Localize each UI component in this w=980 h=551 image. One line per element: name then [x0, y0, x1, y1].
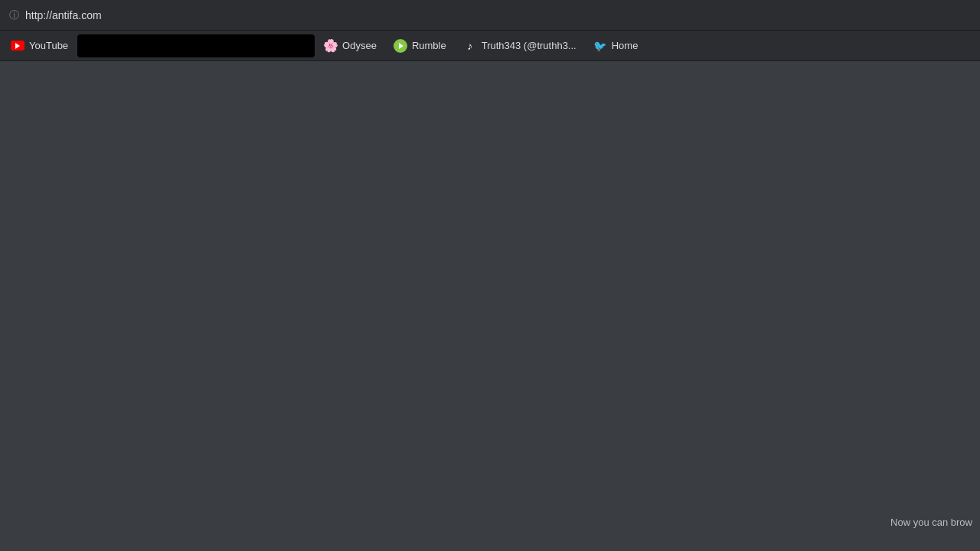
- bookmark-active-tab[interactable]: [77, 34, 315, 57]
- bookmark-odysee[interactable]: 🌸 Odysee: [316, 34, 384, 57]
- bookmark-twitter-label: Home: [612, 40, 639, 51]
- bookmark-youtube-label: YouTube: [29, 40, 68, 51]
- bookmarks-bar: YouTube 🌸 Odysee Rumble ♪ Truth343 (@tru…: [0, 31, 980, 61]
- tiktok-icon: ♪: [463, 39, 477, 53]
- bookmark-odysee-label: Odysee: [342, 40, 377, 51]
- address-bar: ⓘ http://antifa.com: [0, 0, 980, 31]
- bookmark-twitter[interactable]: 🐦 Home: [586, 34, 646, 57]
- bookmark-rumble[interactable]: Rumble: [386, 34, 454, 57]
- security-icon: ⓘ: [9, 8, 19, 22]
- bookmark-rumble-label: Rumble: [412, 40, 446, 51]
- bookmark-youtube[interactable]: YouTube: [3, 34, 76, 57]
- bookmark-tiktok[interactable]: ♪ Truth343 (@truthh3...: [456, 34, 584, 57]
- twitter-icon: 🐦: [593, 39, 607, 53]
- notification-text: Now you can brow: [890, 517, 972, 528]
- notification-popup: Now you can brow: [883, 512, 980, 533]
- youtube-icon: [11, 41, 24, 51]
- main-content: Now you can brow: [0, 61, 980, 551]
- rumble-icon: [394, 39, 407, 53]
- url-text[interactable]: http://antifa.com: [25, 9, 102, 21]
- odysee-icon: 🌸: [324, 39, 338, 53]
- bookmark-tiktok-label: Truth343 (@truthh3...: [482, 40, 577, 51]
